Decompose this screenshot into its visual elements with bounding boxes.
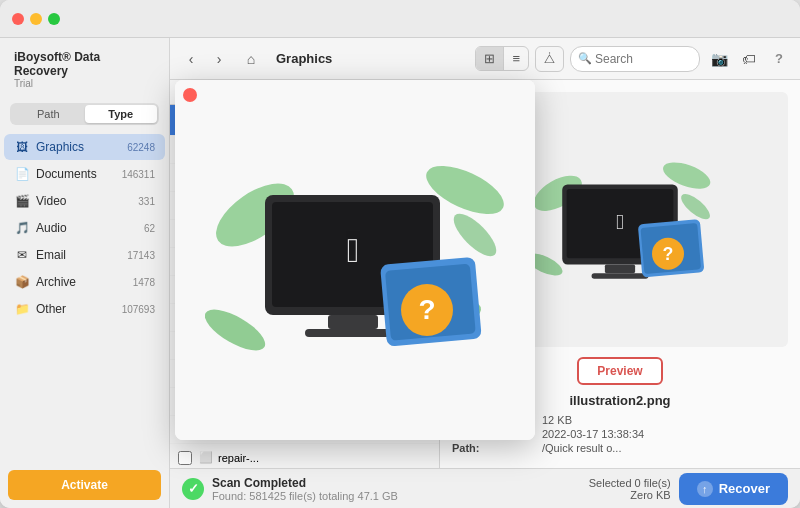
svg-point-17 bbox=[205, 302, 271, 359]
camera-button[interactable]: 📷 bbox=[706, 46, 732, 72]
sidebar-item-count: 62 bbox=[144, 223, 155, 234]
svg-rect-8 bbox=[592, 273, 649, 278]
sidebar-item-graphics[interactable]: 🖼 Graphics 62248 bbox=[4, 134, 165, 160]
sidebar-item-other[interactable]: 📁 Other 107693 bbox=[4, 296, 165, 322]
status-bar: ✓ Scan Completed Found: 581425 file(s) t… bbox=[170, 468, 800, 508]
file-type-icon: ⬜ bbox=[198, 450, 214, 466]
breadcrumb: Graphics bbox=[276, 51, 332, 66]
sidebar-item-label: Video bbox=[36, 194, 134, 208]
tab-type[interactable]: Type bbox=[85, 105, 158, 123]
sidebar-item-count: 1478 bbox=[133, 277, 155, 288]
filter-button[interactable]: ⧊ bbox=[535, 46, 564, 72]
svg-rect-7 bbox=[605, 264, 635, 273]
sidebar-item-count: 146311 bbox=[122, 169, 155, 180]
archive-icon: 📦 bbox=[14, 274, 30, 290]
sidebar-item-label: Audio bbox=[36, 221, 140, 235]
filter-icon: ⧊ bbox=[544, 51, 555, 66]
svg-point-13 bbox=[677, 189, 713, 223]
sidebar-item-label: Archive bbox=[36, 275, 129, 289]
tab-path[interactable]: Path bbox=[12, 105, 85, 123]
search-container: 🔍 bbox=[570, 46, 700, 72]
scan-status-text: Scan Completed bbox=[212, 476, 398, 490]
toolbar-right-icons: 📷 🏷 ? bbox=[706, 46, 792, 72]
grid-icon: ⊞ bbox=[484, 51, 495, 66]
selected-count: Selected 0 file(s) Zero KB bbox=[589, 477, 671, 501]
sidebar: iBoysoft® Data Recovery Trial Path Type … bbox=[0, 38, 170, 508]
svg-point-27 bbox=[447, 207, 502, 262]
preview-filename: illustration2.png bbox=[569, 393, 670, 408]
preview-meta-path-row: Path: /Quick result o... bbox=[452, 442, 788, 454]
selected-files-text: Selected 0 file(s) bbox=[589, 477, 671, 489]
sidebar-item-count: 62248 bbox=[127, 142, 155, 153]
popup-image-container:  ? bbox=[175, 80, 535, 440]
sidebar-item-archive[interactable]: 📦 Archive 1478 bbox=[4, 269, 165, 295]
documents-icon: 📄 bbox=[14, 166, 30, 182]
preview-size-value: 12 KB bbox=[542, 414, 788, 426]
list-icon: ≡ bbox=[512, 51, 520, 66]
sidebar-item-email[interactable]: ✉ Email 17143 bbox=[4, 242, 165, 268]
nav-forward-button[interactable]: › bbox=[206, 46, 232, 72]
email-icon: ✉ bbox=[14, 247, 30, 263]
help-button[interactable]: ? bbox=[766, 46, 792, 72]
grid-view-button[interactable]: ⊞ bbox=[476, 47, 504, 70]
table-row[interactable]: ⬜ repair-... bbox=[170, 444, 439, 468]
sidebar-item-label: Email bbox=[36, 248, 123, 262]
other-icon: 📁 bbox=[14, 301, 30, 317]
svg-text::  bbox=[616, 209, 624, 233]
preview-button[interactable]: Preview bbox=[577, 357, 662, 385]
file-name: repair-... bbox=[218, 452, 296, 464]
tag-button[interactable]: 🏷 bbox=[736, 46, 762, 72]
minimize-button[interactable] bbox=[30, 13, 42, 25]
sidebar-item-label: Documents bbox=[36, 167, 118, 181]
sidebar-item-label: Other bbox=[36, 302, 118, 316]
sidebar-tabs: Path Type bbox=[10, 103, 159, 125]
sidebar-items: 🖼 Graphics 62248 📄 Documents 146311 🎬 Vi… bbox=[0, 133, 169, 462]
sidebar-header: iBoysoft® Data Recovery Trial bbox=[0, 38, 169, 95]
view-toggle: ⊞ ≡ bbox=[475, 46, 529, 71]
svg-text:?: ? bbox=[663, 244, 674, 264]
toolbar: ‹ › ⌂ Graphics ⊞ ≡ bbox=[170, 38, 800, 80]
sidebar-item-audio[interactable]: 🎵 Audio 62 bbox=[4, 215, 165, 241]
sidebar-item-count: 107693 bbox=[122, 304, 155, 315]
scan-status-sub: Found: 581425 file(s) totaling 47.1 GB bbox=[212, 490, 398, 502]
preview-date-value: 2022-03-17 13:38:34 bbox=[542, 428, 788, 440]
help-icon: ? bbox=[775, 51, 783, 66]
app-subtitle: Trial bbox=[14, 78, 155, 89]
traffic-lights bbox=[12, 13, 60, 25]
forward-icon: › bbox=[217, 51, 222, 67]
back-icon: ‹ bbox=[189, 51, 194, 67]
preview-popup[interactable]:  ? bbox=[175, 80, 535, 440]
scan-complete-icon: ✓ bbox=[182, 478, 204, 500]
graphics-icon: 🖼 bbox=[14, 139, 30, 155]
home-button[interactable]: ⌂ bbox=[238, 46, 264, 72]
audio-icon: 🎵 bbox=[14, 220, 30, 236]
activate-button[interactable]: Activate bbox=[8, 470, 161, 500]
preview-illustration:  ? bbox=[520, 140, 720, 300]
list-view-button[interactable]: ≡ bbox=[504, 47, 528, 70]
sidebar-item-count: 331 bbox=[138, 196, 155, 207]
preview-path-label: Path: bbox=[452, 442, 542, 454]
maximize-button[interactable] bbox=[48, 13, 60, 25]
svg-text:?: ? bbox=[418, 294, 435, 325]
recover-button[interactable]: ↑ Recover bbox=[679, 473, 788, 505]
toolbar-nav: ‹ › bbox=[178, 46, 232, 72]
recover-icon: ↑ bbox=[697, 481, 713, 497]
popup-close-button[interactable] bbox=[183, 88, 197, 102]
svg-text::  bbox=[347, 231, 359, 269]
app-title: iBoysoft® Data Recovery bbox=[14, 50, 155, 78]
home-icon: ⌂ bbox=[247, 51, 255, 67]
sidebar-item-documents[interactable]: 📄 Documents 146311 bbox=[4, 161, 165, 187]
sidebar-item-count: 17143 bbox=[127, 250, 155, 261]
tag-icon: 🏷 bbox=[742, 51, 756, 67]
preview-path-value: /Quick result o... bbox=[542, 442, 788, 454]
scan-status: Scan Completed Found: 581425 file(s) tot… bbox=[212, 476, 398, 502]
camera-icon: 📷 bbox=[711, 51, 728, 67]
recover-label: Recover bbox=[719, 481, 770, 496]
titlebar bbox=[0, 0, 800, 38]
file-checkbox[interactable] bbox=[178, 451, 192, 465]
nav-back-button[interactable]: ‹ bbox=[178, 46, 204, 72]
close-button[interactable] bbox=[12, 13, 24, 25]
search-input[interactable] bbox=[570, 46, 700, 72]
svg-rect-21 bbox=[328, 315, 378, 329]
sidebar-item-video[interactable]: 🎬 Video 331 bbox=[4, 188, 165, 214]
